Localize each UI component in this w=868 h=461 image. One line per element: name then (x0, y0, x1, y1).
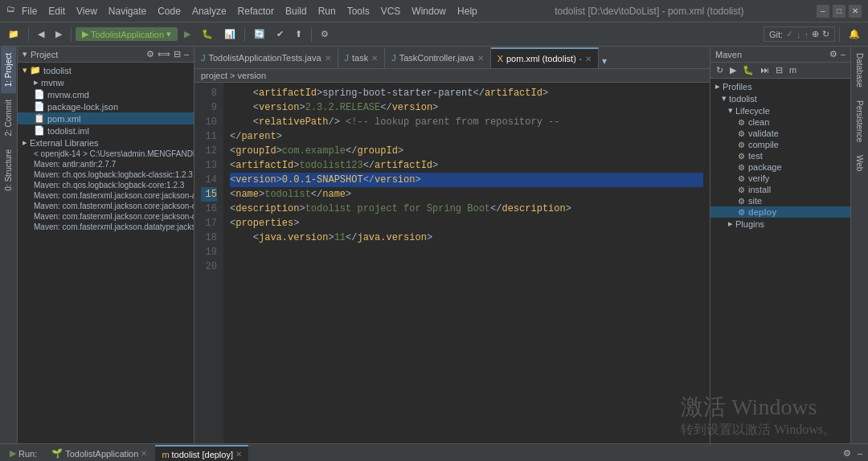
menu-help[interactable]: Help (452, 4, 482, 18)
notifications-btn[interactable]: 🔔 (844, 27, 865, 41)
tab-task[interactable]: J task ✕ (338, 47, 386, 68)
maven-compile[interactable]: ⚙ compile (710, 139, 850, 150)
maven-settings-icon[interactable]: ⚙ (829, 49, 837, 59)
close-deploy-tab[interactable]: ✕ (235, 450, 242, 459)
menu-window[interactable]: Window (407, 4, 451, 18)
maven-todolist[interactable]: ▾ todolist (710, 92, 850, 104)
minimize-button[interactable]: – (817, 5, 829, 18)
project-panel-icons[interactable]: ⚙ ⟺ ⊟ – (146, 49, 189, 59)
bottom-minimize-btn[interactable]: – (855, 447, 865, 459)
maximize-button[interactable]: □ (833, 5, 845, 18)
sidebar-tab-structure[interactable]: 0: Structure (1, 143, 16, 198)
sidebar-tab-project[interactable]: 1: Project (1, 47, 16, 93)
run-dropdown-icon[interactable]: ▾ (166, 29, 171, 39)
git-refresh[interactable]: ↻ (822, 29, 829, 39)
menu-view[interactable]: View (72, 4, 102, 18)
tree-item-antlr[interactable]: Maven: antlr:antlr:2.7.7 (18, 159, 194, 169)
settings2-icon[interactable]: ⊟ (174, 49, 181, 59)
debug-btn[interactable]: 🐛 (197, 27, 218, 41)
tree-item-jackson2[interactable]: Maven: com.fasterxml.jackson.core:jackso… (18, 201, 194, 211)
close-app-tab[interactable]: ✕ (141, 449, 147, 458)
maven-package[interactable]: ⚙ package (710, 161, 850, 173)
tree-item-mvnwcmd[interactable]: 📄 mvnw.cmd (18, 88, 194, 100)
bottom-tab-deploy[interactable]: m todolist [deploy] ✕ (155, 445, 248, 462)
maven-lifecycle[interactable]: ▾ Lifecycle (710, 104, 850, 116)
menu-build[interactable]: Build (280, 4, 312, 18)
tree-item-extlibs[interactable]: ▸ External Libraries (18, 137, 194, 149)
maven-panel-icons[interactable]: ⚙ – (829, 49, 845, 59)
menu-refactor[interactable]: Refactor (233, 4, 279, 18)
menu-vcs[interactable]: VCS (376, 4, 406, 18)
toolbar-project-btn[interactable]: 📁 (3, 27, 24, 41)
vcs-commit[interactable]: ✔ (272, 27, 289, 41)
tree-item-jackson4[interactable]: Maven: com.fasterxml.jackson.datatype:ja… (18, 222, 194, 232)
tab-close-taskcontroller[interactable]: ✕ (477, 54, 484, 63)
tree-item-root[interactable]: ▾ 📁 todolist (18, 64, 194, 76)
tree-item-mvnw[interactable]: ▸ mvnw (18, 76, 194, 88)
maven-more-btn[interactable]: m (787, 64, 799, 76)
maven-profiles[interactable]: ▸ Profiles (710, 80, 850, 92)
maven-test[interactable]: ⚙ test (710, 150, 850, 161)
tab-pomxml[interactable]: X pom.xml (todolist) • ✕ (491, 47, 599, 68)
maven-run-btn[interactable]: ▶ (727, 64, 739, 76)
right-sidebar-tab-web[interactable]: Web (852, 149, 867, 177)
tab-more-btn[interactable]: ▾ (600, 54, 608, 68)
run-configuration[interactable]: ▶ TodolistApplication ▾ (76, 27, 178, 41)
maven-skip-btn[interactable]: ⏭ (758, 64, 772, 76)
menu-code[interactable]: Code (153, 4, 186, 18)
menu-run[interactable]: Run (313, 4, 341, 18)
code-content[interactable]: <artifactId>spring-boot-starter-parent</… (223, 83, 710, 443)
tree-item-logback2[interactable]: Maven: ch.qos.logback:logback-core:1.2.3 (18, 180, 194, 190)
menu-bar[interactable]: 🗂 File Edit View Navigate Code Analyze R… (6, 4, 482, 18)
menu-edit[interactable]: Edit (43, 4, 70, 18)
tree-item-jdk[interactable]: < openjdk-14 > C:\Users\admin.MENGFANDE3… (18, 149, 194, 159)
bottom-settings-btn[interactable]: ⚙ (841, 447, 854, 459)
tree-item-packagelock[interactable]: 📄 package-lock.json (18, 100, 194, 112)
project-dropdown-icon[interactable]: ▾ (23, 49, 27, 59)
maven-install[interactable]: ⚙ install (710, 184, 850, 195)
tab-close-pom[interactable]: ✕ (585, 55, 592, 63)
tree-item-jackson1[interactable]: Maven: com.fasterxml.jackson.core:jackso… (18, 190, 194, 201)
close-button[interactable]: ✕ (849, 5, 862, 18)
menu-navigate[interactable]: Navigate (104, 4, 151, 18)
code-editor[interactable]: 8 9 10 11 12 13 14 15 16 17 18 19 20 <ar… (194, 83, 710, 443)
tree-item-iml[interactable]: 📄 todolist.iml (18, 124, 194, 137)
maven-site[interactable]: ⚙ site (710, 195, 850, 206)
window-controls[interactable]: – □ ✕ (817, 5, 862, 18)
right-sidebar-tab-persistence[interactable]: Persistence (852, 94, 867, 149)
maven-validate[interactable]: ⚙ validate (710, 128, 850, 139)
toolbar-forward[interactable]: ▶ (51, 27, 67, 41)
tab-taskcontroller[interactable]: J TaskController.java ✕ (385, 47, 490, 68)
tab-close-task[interactable]: ✕ (371, 54, 378, 63)
menu-analyze[interactable]: Analyze (187, 4, 231, 18)
menu-file[interactable]: File (17, 4, 42, 18)
settings-btn[interactable]: ⚙ (316, 27, 334, 41)
tree-item-jackson3[interactable]: Maven: com.fasterxml.jackson.core:jackso… (18, 211, 194, 222)
right-sidebar-tab-database[interactable]: Database (852, 47, 867, 94)
maven-debug-btn[interactable]: 🐛 (740, 64, 756, 76)
expand-icon[interactable]: ⟺ (158, 49, 170, 59)
tree-item-logback1[interactable]: Maven: ch.qos.logback:logback-classic:1.… (18, 169, 194, 180)
maven-plugins[interactable]: ▸ Plugins (710, 218, 850, 230)
tab-todolist-tests[interactable]: J TodolistApplicationTests.java ✕ (194, 47, 338, 68)
toolbar-back[interactable]: ◀ (33, 27, 49, 41)
tab-close-tests[interactable]: ✕ (325, 54, 331, 63)
run-with-coverage[interactable]: 📊 (219, 27, 240, 41)
sidebar-tab-commit[interactable]: 2: Commit (1, 93, 16, 143)
maven-collapse-btn[interactable]: ⊟ (773, 64, 785, 76)
run-btn[interactable]: ▶ (179, 27, 195, 41)
tree-item-pomxml[interactable]: 📋 pom.xml (18, 112, 194, 124)
maven-refresh-btn[interactable]: ↻ (714, 64, 726, 76)
bottom-tab-run[interactable]: ▶ Run: (3, 445, 43, 462)
title-bar: 🗂 File Edit View Navigate Code Analyze R… (0, 0, 868, 22)
maven-clean[interactable]: ⚙ clean (710, 116, 850, 128)
maven-deploy[interactable]: ⚙ deploy (710, 206, 850, 218)
vcs-push[interactable]: ⬆ (290, 27, 307, 41)
bottom-tab-todolist-app[interactable]: 🌱 TodolistApplication ✕ (45, 445, 154, 462)
vcs-update[interactable]: 🔄 (249, 27, 270, 41)
menu-tools[interactable]: Tools (342, 4, 375, 18)
maven-minimize-icon[interactable]: – (841, 49, 845, 59)
maven-verify[interactable]: ⚙ verify (710, 173, 850, 184)
gear-icon[interactable]: ⚙ (146, 49, 154, 59)
close-panel-icon[interactable]: – (184, 49, 189, 59)
